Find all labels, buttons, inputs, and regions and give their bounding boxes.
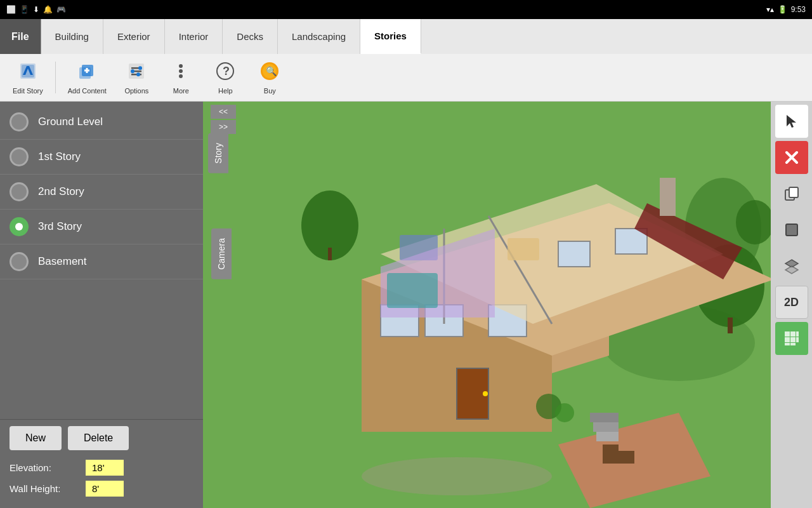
svg-rect-67 (785, 331, 790, 337)
new-story-button[interactable]: New (10, 426, 62, 450)
story-item-3rd[interactable]: 3rd Story (0, 210, 203, 244)
wifi-icon: ▾▴ (766, 5, 774, 14)
svg-rect-52 (660, 178, 676, 216)
more-icon (171, 61, 191, 86)
svg-point-53 (362, 457, 552, 495)
svg-rect-54 (603, 444, 619, 464)
camera-tab[interactable]: Camera (211, 229, 232, 279)
download-icon: ⬇ (33, 5, 39, 14)
phone-icon: 📱 (20, 5, 29, 14)
svg-point-57 (555, 403, 574, 422)
collapse-right-btn[interactable]: >> (211, 120, 236, 134)
story-radio-1st (10, 147, 29, 166)
svg-point-16 (179, 74, 183, 78)
tab-stories[interactable]: Stories (360, 19, 421, 54)
wall-height-value[interactable]: 8' (86, 481, 124, 497)
svg-rect-62 (789, 187, 798, 197)
wall-height-row: Wall Height: 8' (10, 481, 193, 497)
buy-button[interactable]: 🔍 Buy (249, 57, 291, 98)
collapse-arrows: << >> (211, 105, 236, 134)
main-area: << >> Story Camera Ground Level 1st Stor… (0, 102, 812, 508)
tab-file[interactable]: File (0, 19, 41, 54)
add-content-icon (77, 61, 97, 86)
svg-marker-58 (787, 115, 796, 128)
svg-rect-72 (790, 343, 796, 345)
story-item-1st[interactable]: 1st Story (0, 140, 203, 175)
delete-story-button[interactable]: Delete (68, 426, 129, 450)
help-button[interactable]: ? Help (205, 57, 246, 98)
story-item-ground[interactable]: Ground Level (0, 105, 203, 140)
svg-point-15 (179, 69, 183, 73)
story-label-2nd: 2nd Story (38, 185, 84, 198)
svg-rect-48 (387, 273, 438, 308)
svg-rect-49 (558, 241, 590, 267)
svg-rect-74 (796, 337, 799, 342)
svg-rect-73 (796, 331, 799, 337)
grid-view-button[interactable] (775, 322, 808, 355)
svg-text:🔍: 🔍 (266, 66, 277, 77)
story-radio-ground (10, 112, 29, 131)
tab-interior[interactable]: Interior (165, 19, 223, 54)
delete-tool-button[interactable] (775, 141, 808, 174)
svg-rect-32 (593, 422, 619, 432)
story-tab[interactable]: Story (208, 133, 228, 173)
box-tool-button[interactable] (775, 213, 808, 246)
layer-tool-button[interactable] (775, 250, 808, 283)
edit-story-button[interactable]: Edit Story (6, 57, 49, 98)
story-label-3rd: 3rd Story (38, 220, 82, 233)
elevation-label: Elevation: (10, 462, 86, 473)
notification-icon: 🔔 (43, 5, 53, 14)
right-toolbar: 2D (771, 102, 812, 508)
svg-text:?: ? (223, 65, 230, 77)
svg-point-14 (179, 64, 183, 68)
svg-rect-31 (590, 413, 619, 422)
story-action-row: New Delete (10, 426, 193, 450)
more-label: More (173, 87, 189, 95)
house-scene (203, 102, 771, 508)
story-radio-2nd (10, 182, 29, 201)
options-button[interactable]: Options (116, 57, 157, 98)
elevation-value[interactable]: 18' (86, 460, 124, 476)
status-right-icons: ▾▴ 🔋 9:53 (766, 5, 806, 14)
battery-icon: 🔋 (778, 5, 787, 14)
add-content-button[interactable]: Add Content (62, 57, 113, 98)
story-label-1st: 1st Story (38, 150, 81, 163)
add-content-label: Add Content (68, 87, 107, 95)
time-display: 9:53 (791, 5, 806, 14)
collapse-left-btn[interactable]: << (211, 105, 236, 119)
svg-rect-28 (728, 318, 733, 333)
svg-rect-68 (790, 331, 796, 337)
cursor-tool-button[interactable] (775, 105, 808, 138)
svg-point-11 (138, 66, 142, 70)
svg-rect-63 (786, 224, 797, 236)
tab-exterior[interactable]: Exterior (103, 19, 165, 54)
toolbar: Edit Story Add Content Options (0, 54, 812, 102)
svg-rect-69 (785, 337, 790, 342)
more-button[interactable]: More (160, 57, 202, 98)
elevation-row: Elevation: 18' (10, 460, 193, 476)
help-icon: ? (215, 61, 235, 86)
tab-landscaping[interactable]: Landscaping (278, 19, 360, 54)
left-panel: << >> Story Camera Ground Level 1st Stor… (0, 102, 203, 508)
story-label-basement: Basement (38, 255, 87, 268)
story-radio-3rd (10, 217, 29, 236)
2d-view-button[interactable]: 2D (775, 286, 808, 319)
wall-height-label: Wall Height: (10, 483, 86, 494)
story-item-basement[interactable]: Basement (0, 244, 203, 279)
tab-building[interactable]: Building (41, 19, 103, 54)
story-label-ground: Ground Level (38, 116, 103, 128)
svg-rect-26 (328, 248, 332, 260)
bottom-controls: New Delete Elevation: 18' Wall Height: 8… (0, 419, 203, 508)
svg-point-12 (131, 69, 134, 73)
tab-decks[interactable]: Decks (223, 19, 278, 54)
svg-rect-70 (790, 337, 796, 342)
svg-point-41 (483, 391, 488, 396)
story-item-2nd[interactable]: 2nd Story (0, 175, 203, 210)
svg-marker-66 (785, 266, 798, 274)
edit-story-label: Edit Story (13, 87, 43, 95)
svg-point-13 (136, 72, 140, 76)
svg-rect-46 (508, 238, 539, 260)
3d-view[interactable] (203, 102, 771, 508)
tablet-icon: ⬜ (6, 5, 16, 14)
copy-tool-button[interactable] (775, 177, 808, 210)
